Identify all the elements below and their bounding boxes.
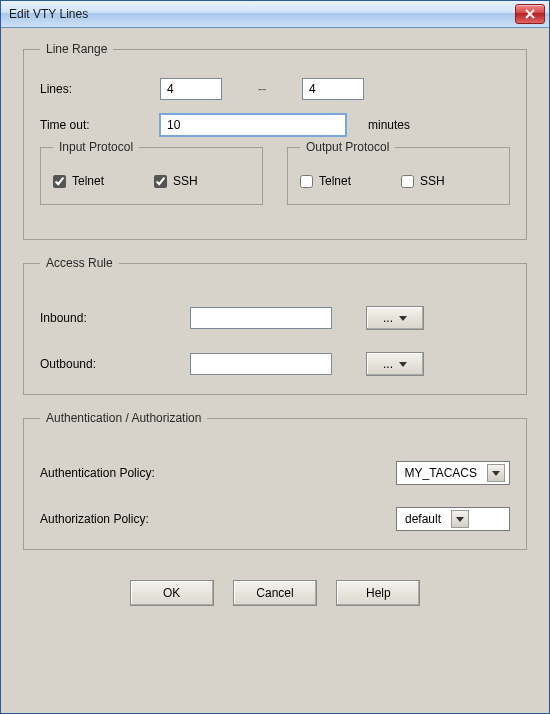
authz-select[interactable]: default	[396, 507, 510, 531]
button-bar: OK Cancel Help	[23, 566, 527, 612]
input-telnet-label: Telnet	[72, 174, 104, 188]
auth-legend: Authentication / Authorization	[40, 411, 207, 425]
input-telnet-checkbox-input[interactable]	[53, 175, 66, 188]
window-title: Edit VTY Lines	[9, 7, 88, 21]
output-telnet-checkbox[interactable]: Telnet	[300, 174, 351, 188]
lines-label: Lines:	[40, 82, 160, 96]
chevron-down-icon	[451, 510, 469, 528]
input-ssh-label: SSH	[173, 174, 198, 188]
input-protocol-legend: Input Protocol	[53, 140, 139, 154]
authn-select[interactable]: MY_TACACS	[396, 461, 510, 485]
help-button[interactable]: Help	[336, 580, 420, 606]
timeout-label: Time out:	[40, 118, 160, 132]
close-icon	[525, 9, 535, 19]
input-ssh-checkbox[interactable]: SSH	[154, 174, 198, 188]
timeout-input[interactable]	[160, 114, 346, 136]
input-telnet-checkbox[interactable]: Telnet	[53, 174, 104, 188]
timeout-unit: minutes	[368, 118, 410, 132]
output-ssh-label: SSH	[420, 174, 445, 188]
lines-to-input[interactable]	[302, 78, 364, 100]
authz-value: default	[405, 512, 451, 526]
outbound-label: Outbound:	[40, 357, 190, 371]
authn-value: MY_TACACS	[405, 466, 487, 480]
line-range-group: Line Range Lines: -- Time out: minutes I…	[23, 42, 527, 240]
input-protocol-group: Input Protocol Telnet SSH	[40, 140, 263, 205]
outbound-picker-button[interactable]: ...	[366, 352, 424, 376]
output-telnet-checkbox-input[interactable]	[300, 175, 313, 188]
edit-vty-lines-dialog: Edit VTY Lines Line Range Lines: -- Time…	[0, 0, 550, 714]
outbound-input[interactable]	[190, 353, 332, 375]
chevron-down-icon	[487, 464, 505, 482]
inbound-picker-button[interactable]: ...	[366, 306, 424, 330]
chevron-down-icon	[399, 362, 407, 367]
inbound-label: Inbound:	[40, 311, 190, 325]
input-ssh-checkbox-input[interactable]	[154, 175, 167, 188]
output-protocol-group: Output Protocol Telnet SSH	[287, 140, 510, 205]
close-button[interactable]	[515, 4, 545, 24]
lines-separator: --	[252, 82, 272, 96]
cancel-button[interactable]: Cancel	[233, 580, 317, 606]
auth-group: Authentication / Authorization Authentic…	[23, 411, 527, 550]
title-bar: Edit VTY Lines	[1, 1, 549, 28]
output-protocol-legend: Output Protocol	[300, 140, 395, 154]
output-ssh-checkbox-input[interactable]	[401, 175, 414, 188]
inbound-picker-label: ...	[383, 311, 393, 325]
access-rule-legend: Access Rule	[40, 256, 119, 270]
ok-button[interactable]: OK	[130, 580, 214, 606]
outbound-picker-label: ...	[383, 357, 393, 371]
authz-label: Authorization Policy:	[40, 512, 300, 526]
authn-label: Authentication Policy:	[40, 466, 300, 480]
output-ssh-checkbox[interactable]: SSH	[401, 174, 445, 188]
output-telnet-label: Telnet	[319, 174, 351, 188]
chevron-down-icon	[399, 316, 407, 321]
lines-from-input[interactable]	[160, 78, 222, 100]
inbound-input[interactable]	[190, 307, 332, 329]
line-range-legend: Line Range	[40, 42, 113, 56]
access-rule-group: Access Rule Inbound: ... Outbound: ...	[23, 256, 527, 395]
